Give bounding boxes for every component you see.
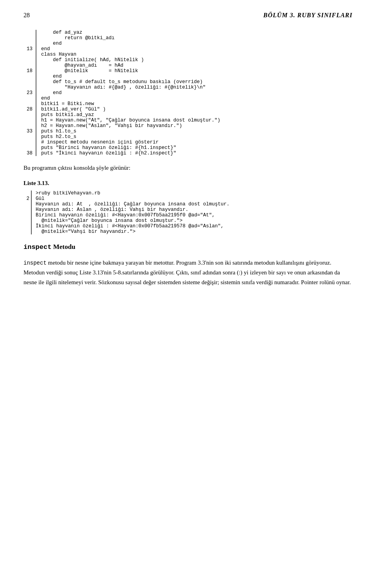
output-line-number xyxy=(24,191,31,196)
code-line-content: "Hayvanın adı: #{@ad} , özelliği: #{@nit… xyxy=(36,85,352,90)
output-line-number xyxy=(24,207,31,212)
code-row: # inspect metodu nesnenin içini gösterir xyxy=(24,140,352,145)
output-table: >ruby bitkiVehayvan.rb2GülHayvanın adı: … xyxy=(24,191,352,234)
code-line-content: def ad_yaz xyxy=(36,30,352,35)
code-line-number xyxy=(24,74,36,79)
code-line-content: bitki1 = Bitki.new xyxy=(36,101,352,107)
code-row: 18 @nitelik = hNitelik xyxy=(24,68,352,74)
code-line-content: puts h1.to_s xyxy=(36,129,352,134)
section-heading-text: Metodu xyxy=(53,243,76,250)
code-line-content: @nitelik = hNitelik xyxy=(36,68,352,74)
output-line-content: >ruby bitkiVehayvan.rb xyxy=(31,191,352,196)
code-line-number: 38 xyxy=(24,151,36,156)
code-row: end xyxy=(24,41,352,46)
code-line-content: puts h2.to_s xyxy=(36,134,352,140)
code-line-content: class Hayvan xyxy=(36,52,352,57)
code-line-number xyxy=(24,96,36,101)
code-line-content: # inspect metodu nesnenin içini gösterir xyxy=(36,140,352,145)
code-row: end xyxy=(24,74,352,79)
output-line-content: Birinci hayvanın özeliği: #<Hayvan:0x007… xyxy=(31,212,352,218)
page-number: 28 xyxy=(24,12,30,19)
code-line-content: bitki1.ad_ver( "Gül" ) xyxy=(36,107,352,112)
chapter-title: BÖLÜM 3. RUBY SINIFLARI xyxy=(263,12,352,19)
code-row: puts "Birinci hayvanın özeliği: #{h1.ins… xyxy=(24,145,352,151)
output-line-number xyxy=(24,229,31,234)
inspect-mono-inline: inspect xyxy=(24,260,47,266)
code-row: def to_s # default to_s metodunu baskıla… xyxy=(24,79,352,85)
code-line-content: @hayvan_adı = hAd xyxy=(36,63,352,68)
code-row: 13end xyxy=(24,46,352,52)
code-line-number: 33 xyxy=(24,129,36,134)
code-line-content: end xyxy=(36,46,352,52)
output-row: İkinci hayvanın özeliği : #<Hayvan:0x007… xyxy=(24,223,352,229)
code-line-number xyxy=(24,30,36,35)
code-row: @hayvan_adı = hAd xyxy=(24,63,352,68)
output-row: Hayvanın adı: At , özelliği: Çağlar boyu… xyxy=(24,201,352,207)
code-line-number xyxy=(24,57,36,63)
output-row: >ruby bitkiVehayvan.rb xyxy=(24,191,352,196)
output-line-number xyxy=(24,218,31,223)
code-line-content: end xyxy=(36,96,352,101)
code-line-content: puts "İkinci hayvanın özeliği : #{h2.ins… xyxy=(36,151,352,156)
code-row: puts h2.to_s xyxy=(24,134,352,140)
code-line-number xyxy=(24,112,36,118)
code-line-content: def to_s # default to_s metodunu baskıla… xyxy=(36,79,352,85)
code-line-content: end xyxy=(36,90,352,96)
list-title: Liste 3.13. xyxy=(24,180,352,187)
code-row: h1 = Hayvan.new("At", "Çağlar boyunca in… xyxy=(24,118,352,123)
code-row: 23 end xyxy=(24,90,352,96)
code-line-number xyxy=(24,118,36,123)
code-line-number xyxy=(24,35,36,41)
code-row: puts bitki1.ad_yaz xyxy=(24,112,352,118)
output-code-block: >ruby bitkiVehayvan.rb2GülHayvanın adı: … xyxy=(24,191,352,234)
main-code-block: def ad_yaz return @bitki_adı end13endcla… xyxy=(24,30,352,156)
page: 28 BÖLÜM 3. RUBY SINIFLARI def ad_yaz re… xyxy=(0,0,376,588)
code-line-content: puts "Birinci hayvanın özeliği: #{h1.ins… xyxy=(36,145,352,151)
prose-text-1: Bu programın çıktısı konsolda şöyle görü… xyxy=(24,163,352,173)
code-row: return @bitki_adı xyxy=(24,35,352,41)
output-line-content: Hayvanın adı: At , özelliği: Çağlar boyu… xyxy=(31,201,352,207)
prose-before-listing: Bu programın çıktısı konsolda şöyle görü… xyxy=(24,163,352,173)
output-row: 2Gül xyxy=(24,196,352,201)
code-line-number xyxy=(24,52,36,57)
output-row: @nitelik="Çağlar boyunca insana dost olm… xyxy=(24,218,352,223)
code-line-number: 13 xyxy=(24,46,36,52)
code-line-content: h1 = Hayvan.new("At", "Çağlar boyunca in… xyxy=(36,118,352,123)
output-row: Birinci hayvanın özeliği: #<Hayvan:0x007… xyxy=(24,212,352,218)
output-row: Hayvanın adı: Aslan , özelliği: Vahşi bi… xyxy=(24,207,352,212)
code-line-number xyxy=(24,140,36,145)
code-row: def initialize( hAd, hNitelik ) xyxy=(24,57,352,63)
code-line-content: return @bitki_adı xyxy=(36,35,352,41)
code-line-content: def initialize( hAd, hNitelik ) xyxy=(36,57,352,63)
code-row: def ad_yaz xyxy=(24,30,352,35)
prose-para-inspect: inspect metodu bir nesne içine bakmaya y… xyxy=(24,258,352,287)
output-line-number xyxy=(24,212,31,218)
output-line-content: Hayvanın adı: Aslan , özelliği: Vahşi bi… xyxy=(31,207,352,212)
code-line-number xyxy=(24,63,36,68)
prose-section-2: inspect metodu bir nesne içine bakmaya y… xyxy=(24,258,352,287)
code-row: bitki1 = Bitki.new xyxy=(24,101,352,107)
code-line-number: 23 xyxy=(24,90,36,96)
code-row: 28bitki1.ad_ver( "Gül" ) xyxy=(24,107,352,112)
code-row: "Hayvanın adı: #{@ad} , özelliği: #{@nit… xyxy=(24,85,352,90)
code-line-number xyxy=(24,101,36,107)
section-heading-mono: inspect xyxy=(24,243,51,251)
output-line-number xyxy=(24,201,31,207)
output-line-content: @nitelik="Vahşi bir hayvandır."> xyxy=(31,229,352,234)
code-row: 33puts h1.to_s xyxy=(24,129,352,134)
code-line-content: end xyxy=(36,41,352,46)
output-line-content: Gül xyxy=(31,196,352,201)
section-heading: inspect Metodu xyxy=(24,243,352,251)
code-row: 38puts "İkinci hayvanın özeliği : #{h2.i… xyxy=(24,151,352,156)
code-line-number xyxy=(24,41,36,46)
code-row: end xyxy=(24,96,352,101)
code-line-content: puts bitki1.ad_yaz xyxy=(36,112,352,118)
code-row: h2 = Hayvan.new("Aslan", "Vahşi bir hayv… xyxy=(24,123,352,129)
output-line-content: @nitelik="Çağlar boyunca insana dost olm… xyxy=(31,218,352,223)
prose-inspect-text: metodu bir nesne içine bakmaya yarayan b… xyxy=(24,260,351,285)
code-line-number xyxy=(24,85,36,90)
code-line-number xyxy=(24,123,36,129)
code-line-number xyxy=(24,145,36,151)
page-header: 28 BÖLÜM 3. RUBY SINIFLARI xyxy=(24,12,352,19)
output-row: @nitelik="Vahşi bir hayvandır."> xyxy=(24,229,352,234)
